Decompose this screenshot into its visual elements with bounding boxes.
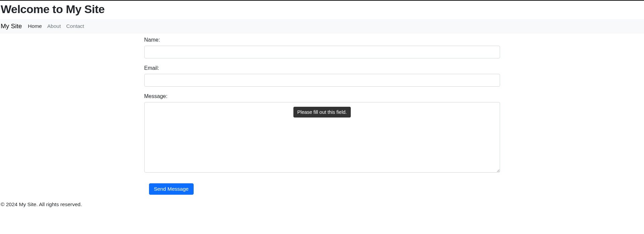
email-label: Email: [144,65,500,71]
form-group-name: Name: [144,37,500,58]
nav-links: Home About Contact [28,23,84,29]
page-title: Welcome to My Site [0,1,644,19]
footer-text: © 2024 My Site. All rights reserved. [1,201,82,207]
nav-link-about[interactable]: About [47,23,61,29]
form-group-message: Message: [144,93,500,173]
navbar: My Site Home About Contact [0,19,644,34]
name-label: Name: [144,37,500,43]
send-message-button[interactable]: Send Message [149,183,194,195]
main-container: Name: Email: Message: Please fill out th… [144,34,500,198]
navbar-brand[interactable]: My Site [1,22,22,30]
message-label: Message: [144,93,500,99]
footer: © 2024 My Site. All rights reserved. [0,198,644,207]
name-input[interactable] [144,46,500,58]
email-input[interactable] [144,74,500,87]
validation-tooltip: Please fill out this field. [293,107,351,118]
nav-link-home[interactable]: Home [28,23,42,29]
nav-link-contact[interactable]: Contact [66,23,84,29]
form-group-email: Email: [144,65,500,87]
